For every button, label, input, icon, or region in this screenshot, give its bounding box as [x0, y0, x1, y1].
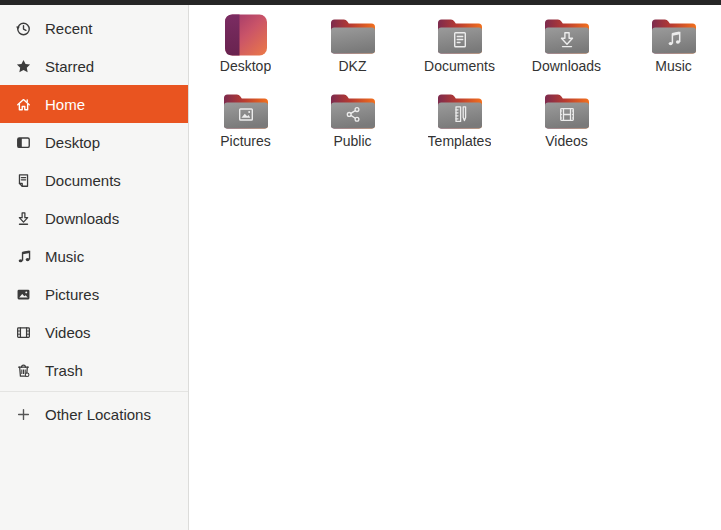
desktop-icon — [15, 134, 32, 151]
recent-icon — [15, 20, 32, 37]
sidebar-item-videos[interactable]: Videos — [0, 313, 188, 351]
file-item-videos[interactable]: Videos — [513, 84, 620, 159]
sidebar-item-label: Videos — [45, 324, 91, 341]
plus-icon — [15, 406, 32, 423]
file-name-label: Templates — [428, 133, 492, 149]
starred-icon — [15, 58, 32, 75]
folder-icon-videos — [543, 89, 591, 131]
videos-icon — [15, 324, 32, 341]
home-icon — [15, 96, 32, 113]
sidebar-item-recent[interactable]: Recent — [0, 9, 188, 47]
folder-icon-share — [329, 89, 377, 131]
sidebar-item-starred[interactable]: Starred — [0, 47, 188, 85]
sidebar-item-label: Recent — [45, 20, 93, 37]
file-name-label: Downloads — [532, 58, 601, 74]
pictures-icon — [15, 286, 32, 303]
sidebar-item-home[interactable]: Home — [0, 85, 188, 123]
file-item-documents[interactable]: Documents — [406, 9, 513, 84]
file-item-templates[interactable]: Templates — [406, 84, 513, 159]
music-icon — [15, 248, 32, 265]
file-name-label: Music — [655, 58, 692, 74]
sidebar-item-pictures[interactable]: Pictures — [0, 275, 188, 313]
places-sidebar: RecentStarredHomeDesktopDocumentsDownloa… — [0, 5, 189, 530]
documents-icon — [15, 172, 32, 189]
downloads-icon — [15, 210, 32, 227]
sidebar-item-music[interactable]: Music — [0, 237, 188, 275]
folder-icon-templates — [436, 89, 484, 131]
file-name-label: Pictures — [220, 133, 271, 149]
sidebar-item-label: Pictures — [45, 286, 99, 303]
folder-icon-downloads — [543, 14, 591, 56]
file-manager-window: RecentStarredHomeDesktopDocumentsDownloa… — [0, 5, 721, 530]
folder-icon-music — [650, 14, 698, 56]
sidebar-list: RecentStarredHomeDesktopDocumentsDownloa… — [0, 9, 188, 389]
folder-icon-none — [329, 14, 377, 56]
sidebar-item-documents[interactable]: Documents — [0, 161, 188, 199]
sidebar-item-trash[interactable]: Trash — [0, 351, 188, 389]
file-item-desktop[interactable]: Desktop — [192, 9, 299, 84]
file-name-label: Public — [333, 133, 371, 149]
sidebar-item-downloads[interactable]: Downloads — [0, 199, 188, 237]
sidebar-separator — [0, 391, 188, 392]
file-name-label: Desktop — [220, 58, 271, 74]
trash-icon — [15, 362, 32, 379]
file-name-label: DKZ — [339, 58, 367, 74]
sidebar-item-label: Starred — [45, 58, 94, 75]
file-item-music[interactable]: Music — [620, 9, 721, 84]
file-item-public[interactable]: Public — [299, 84, 406, 159]
file-item-pictures[interactable]: Pictures — [192, 84, 299, 159]
file-name-label: Documents — [424, 58, 495, 74]
file-name-label: Videos — [545, 133, 588, 149]
desktop-gradient-icon — [222, 14, 270, 56]
file-grid: Desktop DKZ Documents Downloads Music Pi… — [192, 9, 721, 159]
file-view: Desktop DKZ Documents Downloads Music Pi… — [189, 5, 721, 530]
sidebar-item-label: Downloads — [45, 210, 119, 227]
file-item-dkz[interactable]: DKZ — [299, 9, 406, 84]
sidebar-item-label: Trash — [45, 362, 83, 379]
sidebar-item-label: Desktop — [45, 134, 100, 151]
sidebar-item-label: Home — [45, 96, 85, 113]
sidebar-item-other-locations[interactable]: Other Locations — [0, 395, 188, 433]
file-item-downloads[interactable]: Downloads — [513, 9, 620, 84]
sidebar-item-desktop[interactable]: Desktop — [0, 123, 188, 161]
sidebar-item-label: Documents — [45, 172, 121, 189]
sidebar-item-label: Other Locations — [45, 406, 151, 423]
folder-icon-pictures — [222, 89, 270, 131]
folder-icon-documents — [436, 14, 484, 56]
sidebar-item-label: Music — [45, 248, 84, 265]
